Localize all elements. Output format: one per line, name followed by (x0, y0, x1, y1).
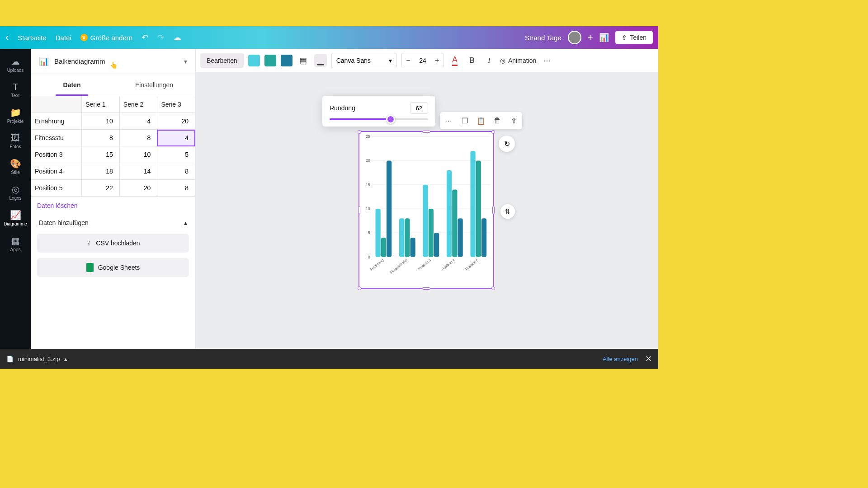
cell[interactable]: 18 (82, 163, 120, 180)
rail-projects[interactable]: 📁Projekte (0, 103, 31, 127)
clear-data-link[interactable]: Daten löschen (31, 197, 195, 215)
animation-button[interactable]: ◎ Animation (500, 57, 536, 64)
row-header[interactable]: Fitnessstu (31, 130, 82, 146)
spacing-icon[interactable]: ▤ (297, 54, 310, 67)
left-rail: ☁Uploads TText 📁Projekte 🖼Fotos 🎨Stile ◎… (0, 49, 31, 369)
resize-handle[interactable] (491, 286, 495, 290)
cell[interactable]: 10 (119, 146, 157, 163)
resize-handle[interactable] (492, 206, 495, 214)
resize-handle[interactable] (358, 130, 361, 134)
row-header[interactable]: Position 4 (31, 163, 82, 180)
delete-icon[interactable]: 🗑 (491, 114, 504, 127)
back-icon[interactable]: ‹ (5, 32, 9, 43)
cloud-sync-icon[interactable]: ☁ (173, 33, 181, 42)
rotate-icon[interactable]: ⇅ (500, 204, 515, 219)
chevron-up-icon: ▴ (184, 219, 187, 226)
cell[interactable]: 8 (119, 130, 157, 146)
resize-handle[interactable] (358, 286, 361, 290)
cell[interactable]: 8 (157, 163, 195, 180)
font-family-select[interactable]: Canva Sans ▾ (331, 53, 397, 68)
home-link[interactable]: Startseite (18, 34, 46, 42)
cell[interactable]: 20 (157, 113, 195, 130)
rail-uploads[interactable]: ☁Uploads (0, 52, 31, 76)
insights-icon[interactable]: 📊 (599, 33, 609, 42)
chart-type-selector[interactable]: 📊 Balkendiagramm ▾ (31, 49, 195, 74)
copy-icon[interactable]: 📋 (474, 114, 488, 127)
bold-icon[interactable]: B (466, 54, 478, 67)
color-swatch-1[interactable] (248, 55, 260, 66)
cell[interactable]: 14 (119, 163, 157, 180)
refresh-icon[interactable]: ↻ (499, 136, 515, 152)
cell[interactable]: 5 (157, 146, 195, 163)
corner-rounding-icon[interactable]: ▁ (314, 54, 327, 67)
text-color-icon[interactable]: A (448, 54, 461, 67)
download-file[interactable]: 📄 minimalist_3.zip ▴ (6, 356, 67, 362)
file-menu[interactable]: Datei (56, 34, 71, 42)
document-title[interactable]: Strand Tage (525, 34, 561, 42)
cell[interactable]: 10 (82, 113, 120, 130)
rail-diagrams[interactable]: 📈Diagramme (0, 206, 31, 230)
add-data-header[interactable]: Daten hinzufügen ▴ (31, 215, 195, 231)
canvas[interactable]: Rundung 62 ⋯ ❐ 📋 🗑 ⇪ (196, 72, 658, 349)
csv-label: CSV hochladen (96, 239, 140, 247)
resize-button[interactable]: ♛ Größe ändern (80, 34, 132, 42)
svg-text:Ernährung: Ernährung (369, 258, 384, 272)
share-button[interactable]: ⇪ Teilen (615, 31, 653, 44)
svg-rect-16 (399, 218, 404, 257)
google-sheets-button[interactable]: Google Sheets (37, 258, 189, 277)
font-size-minus[interactable]: − (402, 53, 415, 68)
col-header[interactable]: Serie 1 (82, 96, 120, 113)
rail-photos[interactable]: 🖼Fotos (0, 129, 31, 153)
cell[interactable]: 4 (119, 113, 157, 130)
svg-text:Position 5: Position 5 (465, 258, 480, 272)
resize-handle[interactable] (422, 131, 430, 133)
tab-settings[interactable]: Einstellungen (113, 74, 195, 96)
cell[interactable]: 8 (157, 180, 195, 197)
show-all-downloads[interactable]: Alle anzeigen (603, 356, 638, 362)
col-header[interactable]: Serie 2 (119, 96, 157, 113)
edit-button[interactable]: Bearbeiten (200, 53, 244, 68)
resize-handle[interactable] (491, 130, 495, 134)
tab-data[interactable]: Daten (31, 74, 113, 96)
row-header[interactable]: Ernährung (31, 113, 82, 130)
row-header[interactable]: Position 5 (31, 180, 82, 197)
cell-selected[interactable]: 4 (157, 130, 195, 146)
rail-logos[interactable]: ◎Logos (0, 180, 31, 204)
export-icon[interactable]: ⇪ (507, 114, 520, 127)
color-swatch-2[interactable] (264, 55, 276, 66)
cell[interactable]: 22 (82, 180, 120, 197)
rail-apps[interactable]: ▦Apps (0, 232, 31, 256)
cell[interactable]: 20 (119, 180, 157, 197)
rounding-value[interactable]: 62 (410, 102, 428, 114)
color-swatch-3[interactable] (281, 55, 292, 66)
chart-element[interactable]: 0510152025ErnährungFitnessstudioPosition… (359, 131, 494, 289)
slider-thumb[interactable] (386, 115, 395, 124)
rail-styles[interactable]: 🎨Stile (0, 155, 31, 178)
table-corner[interactable] (31, 96, 82, 113)
rail-text[interactable]: TText (0, 78, 31, 102)
redo-icon[interactable]: ↷ (157, 33, 164, 42)
svg-text:Position 3: Position 3 (417, 258, 432, 272)
avatar[interactable] (568, 31, 581, 44)
close-icon[interactable]: ✕ (645, 354, 652, 364)
add-collaborator-icon[interactable]: + (588, 33, 593, 43)
cell[interactable]: 8 (82, 130, 120, 146)
resize-handle[interactable] (422, 287, 430, 290)
crown-icon: ♛ (80, 34, 88, 41)
font-size-plus[interactable]: + (431, 53, 443, 68)
rounding-slider[interactable] (330, 118, 428, 120)
row-header[interactable]: Position 3 (31, 146, 82, 163)
chevron-up-icon[interactable]: ▴ (64, 356, 67, 362)
svg-text:15: 15 (366, 183, 370, 187)
col-header[interactable]: Serie 3 (157, 96, 195, 113)
cell[interactable]: 15 (82, 146, 120, 163)
duplicate-icon[interactable]: ❐ (458, 114, 472, 127)
font-size-input[interactable] (415, 57, 431, 64)
upload-csv-button[interactable]: ⇪ CSV hochladen (37, 234, 189, 253)
italic-icon[interactable]: I (483, 54, 495, 67)
animation-label: Animation (508, 57, 536, 64)
undo-icon[interactable]: ↶ (142, 33, 148, 42)
resize-handle[interactable] (358, 206, 360, 214)
more-icon[interactable]: ⋯ (541, 54, 553, 67)
more-options-icon[interactable]: ⋯ (442, 114, 455, 127)
